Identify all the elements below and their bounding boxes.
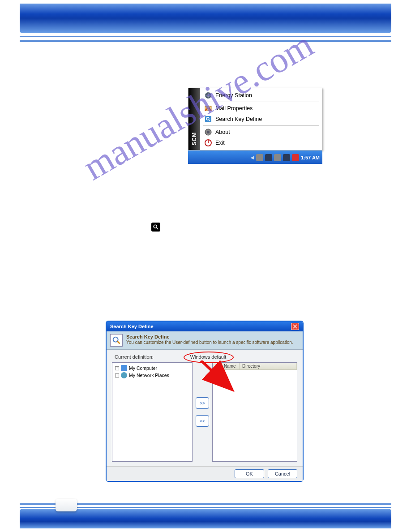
svg-line-12	[117, 341, 120, 344]
tray-arrow-icon: ◀	[251, 155, 254, 160]
menu-item-about[interactable]: About	[200, 127, 322, 137]
tray-icon	[265, 154, 272, 161]
search-key-define-dialog: Search Key Define Search Key Define You …	[106, 321, 304, 482]
tree-expand-icon[interactable]: +	[115, 366, 119, 370]
network-places-icon	[121, 372, 127, 378]
page-header-rule	[20, 36, 391, 42]
scm-menu-items: Energy Station Mail Properties Search Ke…	[200, 88, 322, 150]
search-define-icon	[205, 116, 212, 123]
dialog-body: Current definition: Windows default + My…	[107, 350, 303, 466]
dialog-banner: Search Key Define You can customize the …	[107, 331, 303, 350]
menu-item-mail-properties[interactable]: Mail Properties	[200, 103, 322, 114]
page-footer-banner	[20, 509, 391, 528]
menu-item-label: Mail Properties	[215, 105, 253, 112]
add-button[interactable]: >>	[196, 397, 209, 409]
svg-point-6	[207, 131, 210, 133]
current-definition-row: Current definition: Windows default	[112, 354, 297, 360]
cancel-button[interactable]: Cancel	[268, 469, 297, 478]
page-header-banner	[20, 4, 391, 33]
list-pane[interactable]: File Name Directory	[212, 362, 297, 462]
menu-item-label: Search Key Define	[215, 116, 262, 122]
red-ellipse-annotation	[184, 352, 234, 363]
tray-icon	[256, 154, 263, 161]
dialog-footer: OK Cancel	[107, 466, 303, 481]
page-footer	[20, 503, 391, 528]
tree-label: My Computer	[129, 365, 157, 371]
scm-menu-sidebar: SCM	[188, 88, 200, 150]
banner-desc: You can customize the User-defined butto…	[126, 340, 293, 345]
remove-button[interactable]: <<	[196, 415, 209, 427]
globe-icon	[205, 92, 212, 99]
current-definition-label: Current definition:	[112, 354, 179, 360]
scm-label: SCM	[191, 132, 197, 146]
col-file-name[interactable]: File Name	[213, 363, 240, 369]
menu-separator	[203, 125, 319, 126]
dialog-titlebar: Search Key Define	[107, 322, 303, 331]
svg-line-10	[156, 227, 158, 229]
search-banner-icon	[110, 334, 123, 347]
menu-item-label: Exit	[215, 140, 225, 146]
menu-item-energy-station[interactable]: Energy Station	[200, 90, 322, 101]
menu-item-exit[interactable]: Exit	[200, 137, 322, 148]
taskbar-clock: 1:57 AM	[301, 155, 320, 160]
about-icon	[205, 129, 212, 136]
svg-rect-2	[205, 116, 211, 122]
col-directory[interactable]: Directory	[240, 363, 297, 369]
page-number-badge	[56, 499, 77, 511]
tree-item-network-places[interactable]: + My Network Places	[115, 372, 189, 379]
scm-context-menu: SCM Energy Station Mail Properties Se	[188, 88, 322, 150]
dialog-panes: + My Computer + My Network Places >> << …	[112, 362, 297, 462]
dialog-title-text: Search Key Define	[110, 324, 154, 329]
tree-label: My Network Places	[129, 373, 169, 378]
menu-item-search-key-define[interactable]: Search Key Define	[200, 114, 322, 124]
svg-point-9	[154, 225, 157, 228]
scm-menu-screenshot: SCM Energy Station Mail Properties Se	[188, 88, 322, 164]
menu-separator	[203, 102, 319, 102]
computer-icon	[121, 365, 127, 371]
list-header: File Name Directory	[213, 363, 297, 370]
mail-icon	[205, 105, 212, 112]
tree-expand-icon[interactable]: +	[115, 373, 119, 378]
tray-icon	[283, 154, 290, 161]
magnify-key-icon	[151, 223, 160, 232]
exit-icon	[205, 139, 212, 146]
menu-item-label: Energy Station	[215, 92, 252, 99]
tree-pane[interactable]: + My Computer + My Network Places	[112, 362, 193, 462]
banner-title: Search Key Define	[126, 334, 293, 339]
tray-shield-icon	[292, 154, 299, 161]
close-button[interactable]	[291, 323, 299, 330]
transfer-buttons: >> <<	[193, 362, 212, 462]
tree-item-my-computer[interactable]: + My Computer	[115, 365, 189, 372]
menu-item-label: About	[215, 129, 230, 135]
tray-icon	[274, 154, 281, 161]
ok-button[interactable]: OK	[235, 469, 264, 478]
dialog-banner-text: Search Key Define You can customize the …	[126, 334, 293, 345]
windows-taskbar: ◀ 1:57 AM	[188, 150, 322, 164]
